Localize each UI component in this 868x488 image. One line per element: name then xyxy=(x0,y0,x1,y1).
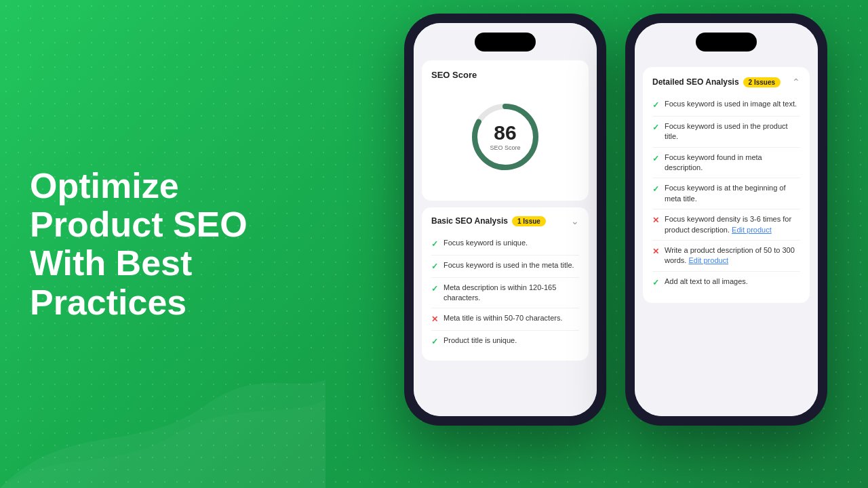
basic-issue-badge: 1 Issue xyxy=(512,216,546,226)
score-number: 86 xyxy=(490,123,520,143)
check-pass-icon: ✓ xyxy=(652,277,659,289)
detail-item-6: ✕ Write a product description of 50 to 3… xyxy=(652,241,800,272)
basic-header-left: Basic SEO Analysis 1 Issue xyxy=(431,216,546,226)
phone-1-content: SEO Score 86 SEO Score xyxy=(414,23,597,416)
detail-item-3: ✓ Focus keyword found in meta descriptio… xyxy=(652,148,800,179)
seo-score-title: SEO Score xyxy=(431,70,579,80)
check-pass-icon: ✓ xyxy=(652,122,659,134)
detail-item-6-text: Write a product description of 50 to 300… xyxy=(665,245,800,266)
seo-score-card: SEO Score 86 SEO Score xyxy=(422,60,589,201)
basic-item-1: ✓ Focus keyword is unique. xyxy=(431,233,579,256)
background: Optimize Product SEO With Best Practices… xyxy=(0,0,868,488)
detail-item-4-text: Focus keyword is at the beginning of met… xyxy=(665,183,800,204)
basic-item-4: ✕ Meta title is within 50-70 characters. xyxy=(431,308,579,331)
score-sublabel: SEO Score xyxy=(490,144,520,151)
phone-2: Detailed SEO Analysis 2 Issues ⌃ ✓ Focus… xyxy=(625,14,827,426)
wave-decoration xyxy=(0,352,326,488)
basic-item-3-text: Meta description is within 120-165 chara… xyxy=(443,283,579,304)
check-pass-icon: ✓ xyxy=(431,283,438,295)
detailed-analysis-card: Detailed SEO Analysis 2 Issues ⌃ ✓ Focus… xyxy=(643,67,810,303)
check-pass-icon: ✓ xyxy=(652,100,659,111)
check-fail-icon: ✕ xyxy=(652,215,659,226)
check-pass-icon: ✓ xyxy=(431,336,438,348)
basic-chevron-icon[interactable]: ⌄ xyxy=(571,216,579,226)
detail-item-3-text: Focus keyword found in meta description. xyxy=(665,152,800,174)
basic-item-2-text: Focus keyword is used in the meta title. xyxy=(443,260,574,270)
detail-item-2-text: Focus keyword is used in the product tit… xyxy=(665,121,800,142)
phone-1: SEO Score 86 SEO Score xyxy=(404,14,606,426)
detailed-issue-badge: 2 Issues xyxy=(743,77,781,87)
score-circle-container: 86 SEO Score xyxy=(431,85,579,191)
score-text: 86 SEO Score xyxy=(490,123,520,151)
detail-item-4: ✓ Focus keyword is at the beginning of m… xyxy=(652,178,800,209)
detailed-analysis-header: Detailed SEO Analysis 2 Issues ⌃ xyxy=(652,77,800,87)
detail-item-7: ✓ Add alt text to all images. xyxy=(652,272,800,293)
basic-item-5: ✓ Product title is unique. xyxy=(431,331,579,352)
check-pass-icon: ✓ xyxy=(431,261,438,272)
detail-item-1-text: Focus keyword is used in image alt text. xyxy=(665,99,797,109)
phone-2-content: Detailed SEO Analysis 2 Issues ⌃ ✓ Focus… xyxy=(635,23,818,416)
phones-container: SEO Score 86 SEO Score xyxy=(404,14,827,426)
score-circle: 86 SEO Score xyxy=(465,96,546,178)
detailed-header-left: Detailed SEO Analysis 2 Issues xyxy=(652,77,781,87)
edit-product-link-1[interactable]: Edit product xyxy=(732,226,772,234)
basic-item-5-text: Product title is unique. xyxy=(443,336,517,346)
phone-1-screen: SEO Score 86 SEO Score xyxy=(414,23,597,416)
dynamic-island-1 xyxy=(475,33,536,52)
phone-2-screen: Detailed SEO Analysis 2 Issues ⌃ ✓ Focus… xyxy=(635,23,818,416)
edit-product-link-2[interactable]: Edit product xyxy=(688,256,728,264)
detail-item-5-text: Focus keyword density is 3-6 times for p… xyxy=(665,214,800,235)
detail-item-2: ✓ Focus keyword is used in the product t… xyxy=(652,117,800,148)
basic-item-1-text: Focus keyword is unique. xyxy=(443,238,528,248)
check-fail-icon: ✕ xyxy=(652,246,659,258)
check-pass-icon: ✓ xyxy=(652,153,659,165)
basic-item-2: ✓ Focus keyword is used in the meta titl… xyxy=(431,256,579,278)
basic-item-4-text: Meta title is within 50-70 characters. xyxy=(443,313,562,323)
check-fail-icon: ✕ xyxy=(431,314,438,325)
detailed-chevron-icon[interactable]: ⌃ xyxy=(792,77,800,87)
check-pass-icon: ✓ xyxy=(431,239,438,250)
hero-title: Optimize Product SEO With Best Practices xyxy=(30,167,315,322)
detail-item-1: ✓ Focus keyword is used in image alt tex… xyxy=(652,94,800,117)
basic-item-3: ✓ Meta description is within 120-165 cha… xyxy=(431,278,579,309)
basic-analysis-header: Basic SEO Analysis 1 Issue ⌄ xyxy=(431,216,579,226)
basic-analysis-title: Basic SEO Analysis xyxy=(431,216,508,226)
detail-item-7-text: Add alt text to all images. xyxy=(665,277,748,287)
basic-analysis-card: Basic SEO Analysis 1 Issue ⌄ ✓ Focus key… xyxy=(422,207,589,361)
detailed-analysis-title: Detailed SEO Analysis xyxy=(652,77,739,87)
dynamic-island-2 xyxy=(696,33,757,52)
check-pass-icon: ✓ xyxy=(652,184,659,195)
detail-item-5: ✕ Focus keyword density is 3-6 times for… xyxy=(652,209,800,241)
